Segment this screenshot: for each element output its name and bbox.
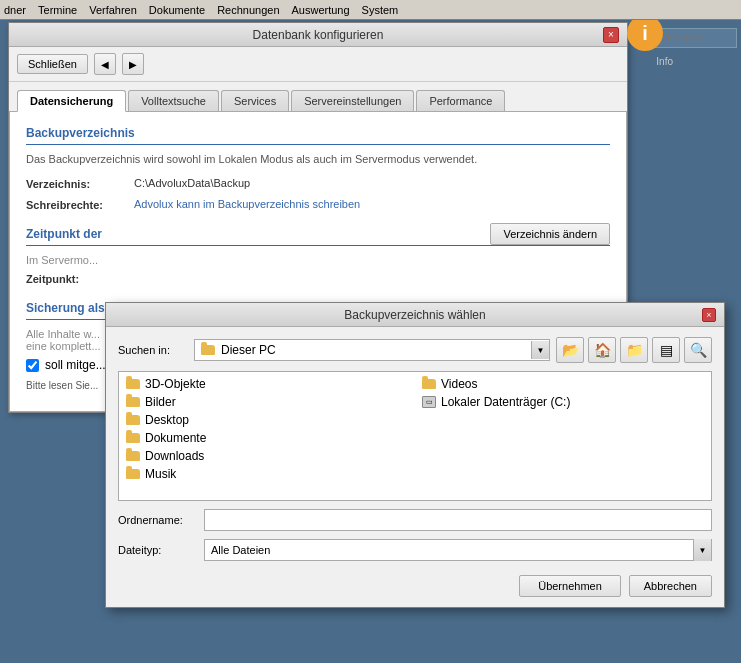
section-divider bbox=[26, 144, 610, 145]
menu-item-auswertung[interactable]: Auswertung bbox=[292, 4, 350, 16]
change-directory-button[interactable]: Verzeichnis ändern bbox=[490, 223, 610, 245]
accept-button[interactable]: Übernehmen bbox=[519, 575, 621, 597]
ordnername-label: Ordnername: bbox=[118, 514, 198, 526]
suchen-label: Suchen in: bbox=[118, 344, 188, 356]
list-item[interactable]: Desktop bbox=[123, 412, 411, 428]
zeitpunkt-row: Zeitpunkt: bbox=[26, 272, 610, 285]
folder-icon bbox=[126, 433, 140, 443]
ordnername-row: Ordnername: bbox=[118, 509, 712, 531]
nav-next-button[interactable]: ▶ bbox=[122, 53, 144, 75]
window-close-button[interactable]: × bbox=[603, 27, 619, 43]
schreibrechte-row: Schreibrechte: Advolux kann im Backupver… bbox=[26, 198, 610, 211]
list-item[interactable]: Bilder bbox=[123, 394, 411, 410]
menu-item-termine[interactable]: Termine bbox=[38, 4, 77, 16]
soll-mitge-checkbox[interactable] bbox=[26, 359, 39, 372]
folder-icon bbox=[126, 397, 140, 407]
file-dialog-title: Backupverzeichnis wählen bbox=[128, 308, 702, 322]
backup-section: Backupverzeichnis Das Backupverzeichnis … bbox=[26, 126, 610, 211]
window-toolbar: Schließen ◀ ▶ bbox=[9, 47, 627, 82]
menu-item-rechnungen[interactable]: Rechnungen bbox=[217, 4, 279, 16]
ordnername-input[interactable] bbox=[204, 509, 712, 531]
dateityp-row: Dateityp: Alle Dateien ▼ bbox=[118, 539, 712, 561]
suchen-row: Suchen in: Dieser PC ▼ 📂 🏠 📁 ▤ 🔍 bbox=[118, 337, 712, 363]
list-item[interactable] bbox=[419, 412, 707, 428]
file-dialog: Backupverzeichnis wählen × Suchen in: Di… bbox=[105, 302, 725, 608]
list-item[interactable] bbox=[419, 448, 707, 464]
list-item[interactable]: Dokumente bbox=[123, 430, 411, 446]
checkbox-label: soll mitge... bbox=[45, 358, 106, 372]
info-label: Info bbox=[656, 56, 673, 67]
location-text: Dieser PC bbox=[221, 343, 276, 357]
verzeichnis-row: Verzeichnis: C:\AdvoluxData\Backup bbox=[26, 177, 610, 190]
cancel-button[interactable]: Abbrechen bbox=[629, 575, 712, 597]
tabs-bar: Datensicherung Volltextsuche Services Se… bbox=[9, 82, 627, 112]
folder-icon bbox=[126, 415, 140, 425]
folder-icon bbox=[126, 379, 140, 389]
list-item[interactable]: Musik bbox=[123, 466, 411, 482]
zeitpunkt-divider bbox=[26, 245, 610, 246]
schreibrechte-label: Schreibrechte: bbox=[26, 198, 126, 211]
file-item-name: Lokaler Datenträger (C:) bbox=[441, 395, 570, 409]
menu-item-system[interactable]: System bbox=[362, 4, 399, 16]
schreibrechte-value: Advolux kann im Backupverzeichnis schrei… bbox=[134, 198, 360, 210]
location-combo[interactable]: Dieser PC ▼ bbox=[194, 339, 550, 361]
verzeichnis-label: Verzeichnis: bbox=[26, 177, 126, 190]
window-title: Datenbank konfigurieren bbox=[33, 28, 603, 42]
file-toolbar: 📂 🏠 📁 ▤ 🔍 bbox=[556, 337, 712, 363]
dateityp-label: Dateityp: bbox=[118, 544, 198, 556]
file-dialog-body: Suchen in: Dieser PC ▼ 📂 🏠 📁 ▤ 🔍 3D-Obje… bbox=[106, 327, 724, 607]
file-item-name: Videos bbox=[441, 377, 477, 391]
location-dropdown-arrow[interactable]: ▼ bbox=[531, 341, 549, 359]
file-dialog-close-button[interactable]: × bbox=[702, 308, 716, 322]
list-item[interactable]: 3D-Objekte bbox=[123, 376, 411, 392]
location-combo-text: Dieser PC bbox=[195, 343, 531, 357]
toolbar-search-button[interactable]: 🔍 bbox=[684, 337, 712, 363]
list-item[interactable]: Downloads bbox=[123, 448, 411, 464]
tab-volltextsuche[interactable]: Volltextsuche bbox=[128, 90, 219, 111]
tab-performance[interactable]: Performance bbox=[416, 90, 505, 111]
list-item[interactable] bbox=[419, 430, 707, 446]
folder-icon bbox=[126, 451, 140, 461]
verzeichnis-value: C:\AdvoluxData\Backup bbox=[134, 177, 250, 189]
close-toolbar-button[interactable]: Schließen bbox=[17, 54, 88, 74]
file-item-name: Dokumente bbox=[145, 431, 206, 445]
file-item-name: Downloads bbox=[145, 449, 204, 463]
menu-item-dokumente[interactable]: Dokumente bbox=[149, 4, 205, 16]
dateityp-dropdown-arrow[interactable]: ▼ bbox=[693, 539, 711, 561]
backup-section-title: Backupverzeichnis bbox=[26, 126, 610, 140]
dateityp-value: Alle Dateien bbox=[205, 544, 693, 556]
folder-icon bbox=[201, 345, 215, 355]
file-item-name: Musik bbox=[145, 467, 176, 481]
nav-prev-button[interactable]: ◀ bbox=[94, 53, 116, 75]
toolbar-list-view-button[interactable]: ▤ bbox=[652, 337, 680, 363]
toolbar-home-button[interactable]: 🏠 bbox=[588, 337, 616, 363]
menu-item-dner[interactable]: dner bbox=[4, 4, 26, 16]
drive-icon: ▭ bbox=[422, 396, 436, 408]
info-icon: i bbox=[627, 15, 663, 51]
menu-item-verfahren[interactable]: Verfahren bbox=[89, 4, 137, 16]
tab-services[interactable]: Services bbox=[221, 90, 289, 111]
tab-datensicherung[interactable]: Datensicherung bbox=[17, 90, 126, 112]
file-dialog-titlebar: Backupverzeichnis wählen × bbox=[106, 303, 724, 327]
list-item[interactable]: Videos bbox=[419, 376, 707, 392]
folder-icon bbox=[422, 379, 436, 389]
dateityp-combo[interactable]: Alle Dateien ▼ bbox=[204, 539, 712, 561]
file-item-name: 3D-Objekte bbox=[145, 377, 206, 391]
toolbar-folder-open-button[interactable]: 📂 bbox=[556, 337, 584, 363]
dialog-buttons: Übernehmen Abbrechen bbox=[118, 571, 712, 597]
file-item-name: Desktop bbox=[145, 413, 189, 427]
zeitpunkt-label: Zeitpunkt: bbox=[26, 272, 126, 285]
folder-icon bbox=[126, 469, 140, 479]
file-item-name: Bilder bbox=[145, 395, 176, 409]
toolbar-folder-new-button[interactable]: 📁 bbox=[620, 337, 648, 363]
file-list: 3D-Objekte Videos Bilder ▭ Lokaler Daten… bbox=[118, 371, 712, 501]
backup-description: Das Backupverzeichnis wird sowohl im Lok… bbox=[26, 153, 610, 165]
list-item[interactable]: ▭ Lokaler Datenträger (C:) bbox=[419, 394, 707, 410]
menubar: dner Termine Verfahren Dokumente Rechnun… bbox=[0, 0, 741, 20]
servermodus-text: Im Servermo... bbox=[26, 254, 610, 266]
tab-servereinstellungen[interactable]: Servereinstellungen bbox=[291, 90, 414, 111]
window-titlebar: Datenbank konfigurieren × bbox=[9, 23, 627, 47]
